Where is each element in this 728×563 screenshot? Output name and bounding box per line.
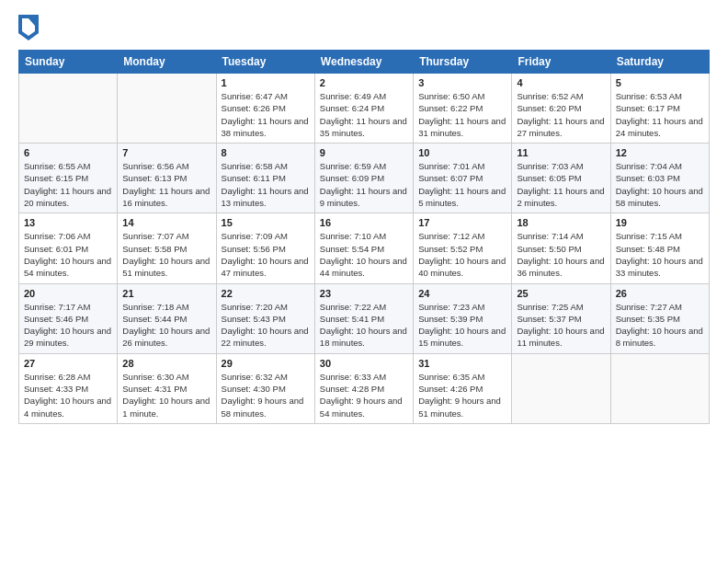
day-cell: 3Sunrise: 6:50 AM Sunset: 6:22 PM Daylig…: [414, 74, 512, 144]
week-row-4: 20Sunrise: 7:17 AM Sunset: 5:46 PM Dayli…: [19, 283, 710, 353]
weekday-friday: Friday: [512, 51, 610, 74]
day-number: 9: [320, 147, 408, 158]
weekday-tuesday: Tuesday: [216, 51, 314, 74]
day-detail: Sunrise: 7:12 AM Sunset: 5:52 PM Dayligh…: [418, 230, 506, 279]
day-detail: Sunrise: 7:18 AM Sunset: 5:44 PM Dayligh…: [122, 301, 210, 350]
day-number: 12: [616, 147, 704, 158]
day-cell: 27Sunrise: 6:28 AM Sunset: 4:33 PM Dayli…: [19, 353, 118, 423]
day-cell: 22Sunrise: 7:20 AM Sunset: 5:43 PM Dayli…: [216, 283, 314, 353]
day-number: 23: [320, 288, 408, 299]
weekday-monday: Monday: [118, 51, 216, 74]
day-detail: Sunrise: 7:23 AM Sunset: 5:39 PM Dayligh…: [418, 301, 506, 350]
day-detail: Sunrise: 6:35 AM Sunset: 4:26 PM Dayligh…: [418, 371, 506, 419]
day-number: 8: [222, 147, 310, 158]
calendar: SundayMondayTuesdayWednesdayThursdayFrid…: [18, 50, 710, 424]
day-number: 7: [122, 147, 210, 158]
day-detail: Sunrise: 7:09 AM Sunset: 5:56 PM Dayligh…: [222, 230, 310, 279]
day-detail: Sunrise: 6:28 AM Sunset: 4:33 PM Dayligh…: [24, 371, 112, 419]
day-number: 29: [222, 358, 310, 369]
day-number: 27: [24, 358, 112, 369]
week-row-1: 1Sunrise: 6:47 AM Sunset: 6:26 PM Daylig…: [19, 74, 710, 144]
day-number: 19: [616, 217, 704, 228]
day-detail: Sunrise: 6:32 AM Sunset: 4:30 PM Dayligh…: [222, 371, 310, 419]
week-row-2: 6Sunrise: 6:55 AM Sunset: 6:15 PM Daylig…: [19, 144, 710, 213]
day-number: 4: [517, 77, 605, 88]
day-cell: 16Sunrise: 7:10 AM Sunset: 5:54 PM Dayli…: [314, 213, 413, 283]
day-number: 22: [222, 288, 310, 299]
day-number: 28: [122, 358, 210, 369]
day-detail: Sunrise: 6:50 AM Sunset: 6:22 PM Dayligh…: [418, 90, 506, 139]
day-number: 11: [517, 147, 605, 158]
day-cell: 29Sunrise: 6:32 AM Sunset: 4:30 PM Dayli…: [216, 353, 314, 423]
weekday-sunday: Sunday: [19, 51, 118, 74]
day-cell: 20Sunrise: 7:17 AM Sunset: 5:46 PM Dayli…: [19, 283, 118, 353]
day-cell: [19, 74, 118, 144]
day-number: 15: [222, 217, 310, 228]
logo: [18, 15, 40, 40]
day-cell: 6Sunrise: 6:55 AM Sunset: 6:15 PM Daylig…: [19, 144, 118, 213]
day-cell: 25Sunrise: 7:25 AM Sunset: 5:37 PM Dayli…: [512, 283, 610, 353]
day-cell: 7Sunrise: 6:56 AM Sunset: 6:13 PM Daylig…: [118, 144, 216, 213]
day-cell: 28Sunrise: 6:30 AM Sunset: 4:31 PM Dayli…: [118, 353, 216, 423]
day-detail: Sunrise: 7:04 AM Sunset: 6:03 PM Dayligh…: [616, 160, 704, 209]
day-detail: Sunrise: 7:03 AM Sunset: 6:05 PM Dayligh…: [517, 160, 605, 209]
day-detail: Sunrise: 7:17 AM Sunset: 5:46 PM Dayligh…: [24, 301, 112, 350]
day-detail: Sunrise: 7:06 AM Sunset: 6:01 PM Dayligh…: [24, 230, 112, 279]
day-cell: 14Sunrise: 7:07 AM Sunset: 5:58 PM Dayli…: [118, 213, 216, 283]
day-detail: Sunrise: 6:58 AM Sunset: 6:11 PM Dayligh…: [222, 160, 310, 209]
day-cell: 17Sunrise: 7:12 AM Sunset: 5:52 PM Dayli…: [414, 213, 512, 283]
weekday-thursday: Thursday: [414, 51, 512, 74]
day-cell: 21Sunrise: 7:18 AM Sunset: 5:44 PM Dayli…: [118, 283, 216, 353]
day-number: 21: [122, 288, 210, 299]
header: [18, 15, 710, 40]
day-number: 24: [418, 288, 506, 299]
day-detail: Sunrise: 7:01 AM Sunset: 6:07 PM Dayligh…: [418, 160, 506, 209]
day-cell: [610, 353, 709, 423]
day-cell: 8Sunrise: 6:58 AM Sunset: 6:11 PM Daylig…: [216, 144, 314, 213]
day-cell: [512, 353, 610, 423]
day-cell: 23Sunrise: 7:22 AM Sunset: 5:41 PM Dayli…: [314, 283, 413, 353]
day-number: 16: [320, 217, 408, 228]
day-detail: Sunrise: 6:30 AM Sunset: 4:31 PM Dayligh…: [122, 371, 210, 419]
day-number: 31: [418, 358, 506, 369]
day-cell: 9Sunrise: 6:59 AM Sunset: 6:09 PM Daylig…: [314, 144, 413, 213]
day-number: 3: [418, 77, 506, 88]
day-number: 25: [517, 288, 605, 299]
week-row-5: 27Sunrise: 6:28 AM Sunset: 4:33 PM Dayli…: [19, 353, 710, 423]
day-number: 18: [517, 217, 605, 228]
day-number: 26: [616, 288, 704, 299]
day-cell: 24Sunrise: 7:23 AM Sunset: 5:39 PM Dayli…: [414, 283, 512, 353]
day-detail: Sunrise: 7:27 AM Sunset: 5:35 PM Dayligh…: [616, 301, 704, 350]
day-cell: 5Sunrise: 6:53 AM Sunset: 6:17 PM Daylig…: [610, 74, 709, 144]
day-number: 17: [418, 217, 506, 228]
day-cell: 4Sunrise: 6:52 AM Sunset: 6:20 PM Daylig…: [512, 74, 610, 144]
day-detail: Sunrise: 6:59 AM Sunset: 6:09 PM Dayligh…: [320, 160, 408, 209]
day-number: 1: [222, 77, 310, 88]
day-number: 10: [418, 147, 506, 158]
day-detail: Sunrise: 7:20 AM Sunset: 5:43 PM Dayligh…: [222, 301, 310, 350]
day-detail: Sunrise: 6:47 AM Sunset: 6:26 PM Dayligh…: [222, 90, 310, 139]
day-detail: Sunrise: 6:53 AM Sunset: 6:17 PM Dayligh…: [616, 90, 704, 139]
day-detail: Sunrise: 6:33 AM Sunset: 4:28 PM Dayligh…: [320, 371, 408, 419]
day-cell: 18Sunrise: 7:14 AM Sunset: 5:50 PM Dayli…: [512, 213, 610, 283]
day-detail: Sunrise: 7:10 AM Sunset: 5:54 PM Dayligh…: [320, 230, 408, 279]
logo-icon: [18, 15, 39, 40]
weekday-header-row: SundayMondayTuesdayWednesdayThursdayFrid…: [19, 51, 710, 74]
day-cell: 1Sunrise: 6:47 AM Sunset: 6:26 PM Daylig…: [216, 74, 314, 144]
day-cell: 12Sunrise: 7:04 AM Sunset: 6:03 PM Dayli…: [610, 144, 709, 213]
day-cell: 15Sunrise: 7:09 AM Sunset: 5:56 PM Dayli…: [216, 213, 314, 283]
day-detail: Sunrise: 7:25 AM Sunset: 5:37 PM Dayligh…: [517, 301, 605, 350]
day-cell: 19Sunrise: 7:15 AM Sunset: 5:48 PM Dayli…: [610, 213, 709, 283]
day-cell: [118, 74, 216, 144]
day-number: 6: [24, 147, 112, 158]
day-number: 2: [320, 77, 408, 88]
day-detail: Sunrise: 6:52 AM Sunset: 6:20 PM Dayligh…: [517, 90, 605, 139]
day-detail: Sunrise: 6:56 AM Sunset: 6:13 PM Dayligh…: [122, 160, 210, 209]
day-number: 5: [616, 77, 704, 88]
day-number: 14: [122, 217, 210, 228]
day-detail: Sunrise: 7:07 AM Sunset: 5:58 PM Dayligh…: [122, 230, 210, 279]
day-cell: 30Sunrise: 6:33 AM Sunset: 4:28 PM Dayli…: [314, 353, 413, 423]
day-cell: 31Sunrise: 6:35 AM Sunset: 4:26 PM Dayli…: [414, 353, 512, 423]
day-cell: 2Sunrise: 6:49 AM Sunset: 6:24 PM Daylig…: [314, 74, 413, 144]
day-cell: 11Sunrise: 7:03 AM Sunset: 6:05 PM Dayli…: [512, 144, 610, 213]
